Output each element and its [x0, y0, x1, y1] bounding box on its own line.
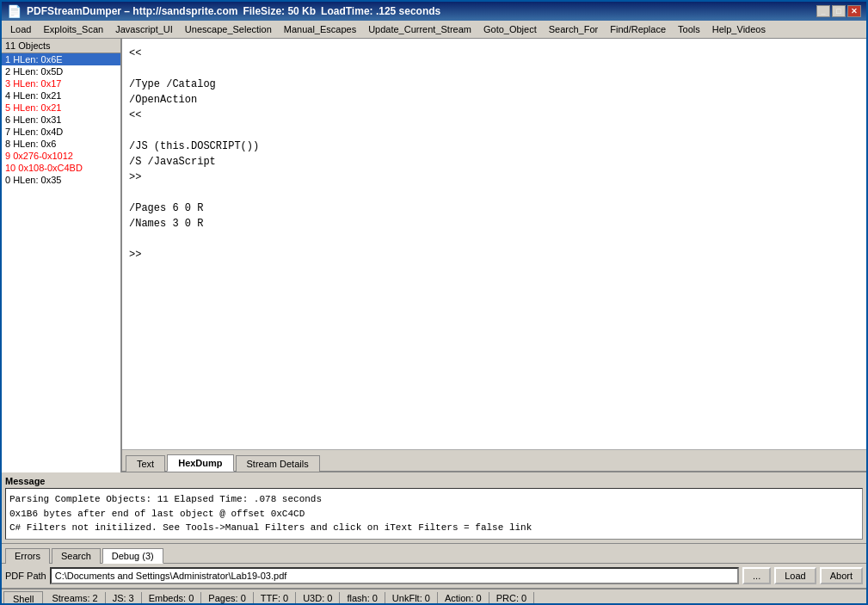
content-line [129, 232, 859, 247]
bottom-tab-errors[interactable]: Errors [5, 548, 50, 564]
maximize-button[interactable]: □ [832, 5, 846, 17]
message-content: Parsing Complete Objects: 11 Elapsed Tim… [5, 488, 863, 540]
abort-button[interactable]: Abort [820, 567, 863, 584]
bottom-tab-debug--3-[interactable]: Debug (3) [102, 548, 163, 564]
loadtime-label: LoadTime: .125 seconds [321, 5, 440, 17]
object-item-5[interactable]: 5 HLen: 0x21 [2, 102, 120, 114]
objects-header: 11 Objects [2, 39, 120, 53]
main-container: 11 Objects 1 HLen: 0x6E2 HLen: 0x5D3 HLe… [2, 39, 866, 605]
left-panel: 11 Objects 1 HLen: 0x6E2 HLen: 0x5D3 HLe… [2, 39, 122, 472]
object-item-7[interactable]: 7 HLen: 0x4D [2, 126, 120, 138]
shell-tab[interactable]: Shell [3, 591, 43, 606]
title-bar-text: 📄 PDFStreamDumper – http://sandsprite.co… [7, 4, 440, 18]
close-button[interactable]: ✕ [847, 5, 861, 17]
menu-item-find-replace[interactable]: Find/Replace [605, 22, 671, 36]
content-lines: << /Type /Catalog /OpenAction << /JS (th… [129, 46, 859, 262]
menu-item-search-for[interactable]: Search_For [544, 22, 603, 36]
menu-item-manual-escapes[interactable]: Manual_Escapes [279, 22, 361, 36]
content-line: /Type /Catalog [129, 77, 859, 92]
message-header: Message [5, 476, 863, 486]
status-items: Streams: 2JS: 3Embeds: 0Pages: 0TTF: 0U3… [45, 592, 866, 604]
object-item-9[interactable]: 9 0x276-0x1012 [2, 150, 120, 162]
tab-hexdump[interactable]: HexDump [167, 454, 233, 472]
path-bar: PDF Path ... Load Abort [2, 564, 866, 589]
filesize-label: FileSize: 50 Kb [243, 5, 316, 17]
content-line [129, 61, 859, 77]
object-item-3[interactable]: 3 HLen: 0x17 [2, 77, 120, 90]
object-item-10[interactable]: 10 0x108-0xC4BD [2, 162, 120, 174]
status-item: JS: 3 [106, 592, 142, 604]
message-line: Parsing Complete Objects: 11 Elapsed Tim… [9, 492, 859, 507]
load-button[interactable]: Load [774, 567, 816, 584]
content-line: /Names 3 0 R [129, 216, 859, 232]
object-item-6[interactable]: 6 HLen: 0x31 [2, 114, 120, 126]
tab-text[interactable]: Text [126, 455, 165, 472]
content-area: 11 Objects 1 HLen: 0x6E2 HLen: 0x5D3 HLe… [2, 39, 866, 472]
status-item: U3D: 0 [296, 592, 340, 604]
object-item-1[interactable]: 1 HLen: 0x6E [2, 53, 120, 65]
status-bar: Shell Streams: 2JS: 3Embeds: 0Pages: 0TT… [2, 589, 866, 605]
title-bar-controls: _ □ ✕ [816, 5, 861, 17]
status-item: Action: 0 [438, 592, 489, 604]
message-area: Message Parsing Complete Objects: 11 Ela… [2, 472, 866, 544]
menu-item-help-videos[interactable]: Help_Videos [707, 22, 771, 36]
menu-item-goto-object[interactable]: Goto_Object [478, 22, 542, 36]
content-line: >> [129, 247, 859, 262]
status-item: Pages: 0 [201, 592, 253, 604]
menu-item-tools[interactable]: Tools [673, 22, 705, 36]
menu-item-unescape-selection[interactable]: Unescape_Selection [180, 22, 277, 36]
tabs-bar: TextHexDumpStream Details [122, 450, 866, 472]
content-line: >> [129, 170, 859, 185]
object-item-8[interactable]: 8 HLen: 0x6 [2, 138, 120, 150]
path-input[interactable] [50, 567, 739, 584]
browse-button[interactable]: ... [742, 567, 771, 584]
menu-item-exploits-scan[interactable]: Exploits_Scan [38, 22, 108, 36]
status-item: flash: 0 [340, 592, 385, 604]
menu-item-update-current-stream[interactable]: Update_Current_Stream [363, 22, 477, 36]
object-item-11[interactable]: 0 HLen: 0x35 [2, 174, 120, 186]
content-line: /S /JavaScript [129, 154, 859, 170]
object-item-2[interactable]: 2 HLen: 0x5D [2, 65, 120, 77]
content-viewer: << /Type /Catalog /OpenAction << /JS (th… [122, 39, 866, 450]
minimize-button[interactable]: _ [816, 5, 830, 17]
object-item-4[interactable]: 4 HLen: 0x21 [2, 90, 120, 102]
status-item: PRC: 0 [489, 592, 534, 604]
right-panel: << /Type /Catalog /OpenAction << /JS (th… [122, 39, 866, 472]
title-bar: 📄 PDFStreamDumper – http://sandsprite.co… [2, 2, 866, 21]
content-line: /JS (this.DOSCRIPT()) [129, 139, 859, 154]
tab-stream-details[interactable]: Stream Details [236, 455, 320, 472]
status-item: UnkFlt: 0 [385, 592, 438, 604]
content-line: /Pages 6 0 R [129, 201, 859, 216]
status-item: TTF: 0 [254, 592, 296, 604]
bottom-tab-search[interactable]: Search [52, 548, 101, 564]
menu-item-javascript-ui[interactable]: Javascript_UI [110, 22, 178, 36]
menu-bar: LoadExploits_ScanJavascript_UIUnescape_S… [2, 21, 866, 39]
app-icon: 📄 [7, 4, 22, 18]
content-line: << [129, 46, 859, 61]
objects-list: 1 HLen: 0x6E2 HLen: 0x5D3 HLen: 0x174 HL… [2, 53, 120, 186]
status-item: Streams: 2 [45, 592, 105, 604]
app-title: PDFStreamDumper – http://sandsprite.com [27, 5, 237, 17]
path-label: PDF Path [5, 571, 46, 581]
message-line: C# Filters not initilized. See Tools->Ma… [9, 521, 859, 535]
content-line [129, 123, 859, 139]
menu-item-load[interactable]: Load [5, 22, 36, 36]
message-line: 0x1B6 bytes after end of last object @ o… [9, 507, 859, 522]
bottom-tabs-bar: ErrorsSearchDebug (3) [2, 544, 866, 564]
content-line [129, 185, 859, 201]
status-item: Embeds: 0 [142, 592, 202, 604]
content-line: /OpenAction [129, 92, 859, 108]
content-line: << [129, 108, 859, 123]
